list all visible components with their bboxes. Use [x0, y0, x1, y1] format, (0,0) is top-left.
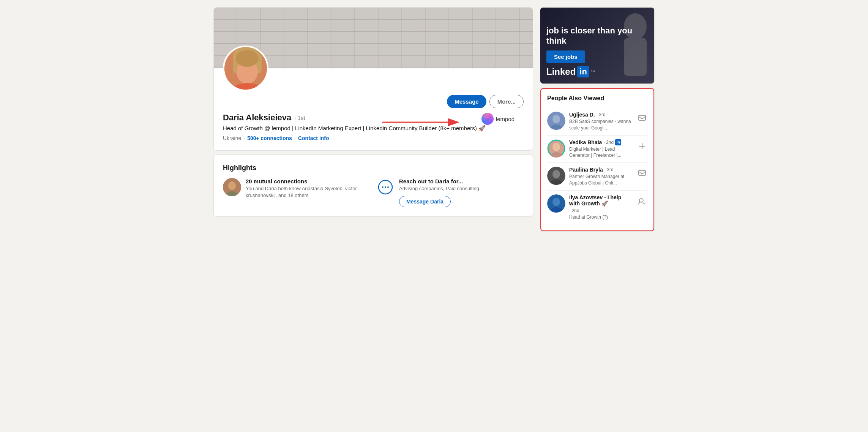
profile-name: Daria Aleksieieva: [223, 113, 291, 123]
pav-name-row-1: Ugljesa D. · 3rd: [569, 112, 633, 118]
svg-point-29: [552, 170, 560, 178]
ad-logo: Linked in ™: [546, 66, 648, 77]
pav-name-row-4: Ilya Azovtsev - I help with Growth 🚀 · 2…: [569, 194, 633, 213]
highlights-title: Highlights: [223, 164, 524, 172]
svg-point-11: [228, 181, 236, 190]
profile-location: Ukraine: [223, 135, 241, 141]
svg-point-33: [552, 198, 560, 206]
avatar: [223, 46, 268, 91]
profile-headline: Head of Growth @ lempod | LinkedIn Marke…: [223, 124, 524, 132]
svg-point-15: [385, 186, 386, 188]
pav-person-4[interactable]: Ilya Azovtsev - I help with Growth 🚀 · 2…: [547, 191, 647, 224]
mutual-avatar-img: [223, 178, 241, 196]
pav-info-1: Ugljesa D. · 3rd B2B SaaS companies - wa…: [569, 112, 633, 131]
profile-name-row: Daria Aleksieieva · 1st: [223, 113, 305, 123]
contact-info-link[interactable]: Contact info: [298, 135, 329, 141]
pav-message-icon-3[interactable]: [637, 168, 647, 179]
pav-avatar-1: [547, 112, 565, 130]
more-button[interactable]: More...: [489, 95, 524, 108]
pav-avatar-2: [547, 139, 565, 158]
ad-card: job is closer than you think See jobs Li…: [540, 8, 654, 84]
pav-name-3: Paulina Bryla: [569, 167, 603, 173]
pav-name-2: Vedika Bhaia: [569, 139, 602, 145]
pav-degree-3: · 3rd: [604, 167, 614, 172]
svg-point-16: [387, 186, 389, 188]
lempod-badge[interactable]: lempod: [481, 113, 514, 125]
mutual-avatar: [223, 178, 241, 196]
pav-degree-2: · 2nd: [603, 140, 614, 145]
profile-actions: Message More...: [223, 95, 524, 108]
ad-text-content: job is closer than you think See jobs Li…: [546, 26, 648, 77]
avatar-wrapper: [223, 46, 268, 91]
linkedin-in-badge: in: [577, 66, 589, 77]
pav-desc-1: B2B SaaS companies - wanna scale your Go…: [569, 118, 633, 131]
pav-message-icon-1[interactable]: [637, 113, 647, 124]
pav-person-3[interactable]: Paulina Bryla · 3rd Partner Growth Manag…: [547, 163, 647, 191]
profile-name-section: Daria Aleksieieva · 1st: [223, 113, 524, 124]
pav-avatar-4: [547, 194, 565, 213]
mutual-connections-item: 20 mutual connections You and Daria both…: [223, 178, 370, 207]
pav-degree-4: · 2nd: [569, 208, 579, 213]
lempod-label: lempod: [496, 116, 514, 122]
people-also-viewed-card: People Also Viewed Ugljesa D. · 3rd B2B …: [540, 88, 654, 231]
svg-point-7: [486, 117, 489, 120]
see-jobs-button[interactable]: See jobs: [546, 50, 585, 63]
mutual-connections-sub: You and Daria both know Anastasia Syvolo…: [246, 185, 370, 199]
mutual-connections-label: 20 mutual connections: [246, 178, 370, 184]
pav-add-icon-2[interactable]: [637, 141, 647, 151]
ad-headline: job is closer than you think: [546, 26, 648, 46]
pav-avatar-3: [547, 167, 565, 185]
dot-separator-1: ·: [243, 135, 245, 141]
pav-add-person-icon-4[interactable]: [637, 196, 647, 207]
pav-info-2: Vedika Bhaia · 2nd in Digital Marketer |…: [569, 139, 633, 159]
profile-meta: Ukraine · 500+ connections · Contact inf…: [223, 135, 524, 141]
people-also-viewed-title: People Also Viewed: [547, 95, 647, 102]
profile-card: Message More... Daria Aleksieieva · 1st: [214, 8, 533, 150]
pav-name-1: Ugljesa D.: [569, 112, 595, 118]
pav-desc-4: Head at Growth (?): [569, 214, 633, 221]
lempod-logo-icon: [481, 113, 494, 125]
sidebar: job is closer than you think See jobs Li…: [540, 8, 654, 231]
highlights-card: Highlights 20 mutual co: [214, 155, 533, 216]
svg-point-4: [236, 50, 259, 67]
pav-person-2[interactable]: Vedika Bhaia · 2nd in Digital Marketer |…: [547, 136, 647, 163]
chat-bubble-icon: [378, 180, 393, 195]
svg-rect-22: [639, 115, 645, 120]
pav-name-row-3: Paulina Bryla · 3rd: [569, 167, 633, 173]
dot-separator-2: ·: [294, 135, 296, 141]
svg-point-20: [552, 115, 560, 123]
reach-out-item: Reach out to Daria for... Advising compa…: [376, 178, 524, 207]
avatar-image: [224, 47, 267, 90]
pav-name-4: Ilya Azovtsev - I help with Growth 🚀: [569, 194, 633, 207]
message-button[interactable]: Message: [447, 95, 486, 108]
pav-info-4: Ilya Azovtsev - I help with Growth 🚀 · 2…: [569, 194, 633, 221]
pav-info-3: Paulina Bryla · 3rd Partner Growth Manag…: [569, 167, 633, 186]
reach-out-sub: Advising companies, Paid consulting.: [399, 185, 481, 192]
linkedin-badge-icon: in: [615, 139, 621, 145]
linkedin-text: Linked: [546, 66, 576, 77]
profile-cover: [214, 8, 533, 68]
pav-person-1[interactable]: Ugljesa D. · 3rd B2B SaaS companies - wa…: [547, 108, 647, 136]
svg-point-14: [382, 186, 383, 188]
pav-desc-3: Partner Growth Manager at AppJobs Global…: [569, 173, 633, 186]
pav-degree-1: · 3rd: [597, 112, 606, 117]
pav-desc-2: Digital Marketer | Lead Generator | Free…: [569, 146, 633, 159]
message-daria-button[interactable]: Message Daria: [399, 196, 451, 207]
reach-out-icon: [376, 178, 395, 196]
svg-point-24: [552, 143, 560, 151]
highlights-grid: 20 mutual connections You and Daria both…: [223, 178, 524, 207]
degree-badge: · 1st: [294, 115, 305, 121]
connections-link[interactable]: 500+ connections: [247, 135, 292, 141]
reach-out-label: Reach out to Daria for...: [399, 178, 481, 184]
mutual-connections-content: 20 mutual connections You and Daria both…: [246, 178, 370, 199]
svg-rect-31: [639, 170, 645, 175]
reach-out-content: Reach out to Daria for... Advising compa…: [399, 178, 481, 207]
pav-name-row-2: Vedika Bhaia · 2nd in: [569, 139, 633, 145]
